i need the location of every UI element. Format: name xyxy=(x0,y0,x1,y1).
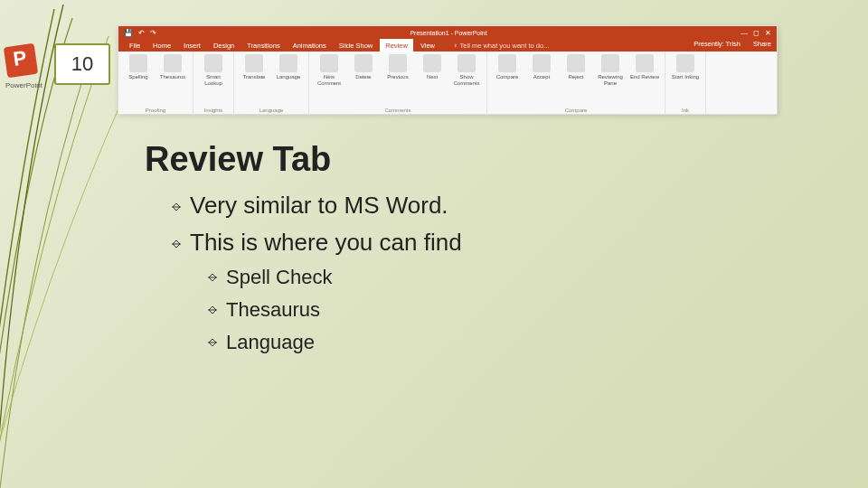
ribbon-group-ink: Start InkingInk xyxy=(665,52,706,114)
qat-undo-icon[interactable]: ↶ xyxy=(138,29,145,37)
spelling-label: Spelling xyxy=(128,74,147,80)
powerpoint-logo: PowerPoint xyxy=(5,45,51,89)
group-label-compare: Compare xyxy=(493,108,659,113)
accept-label: Accept xyxy=(533,74,550,80)
window-restore-icon[interactable]: ◻ xyxy=(753,29,760,37)
previous-icon xyxy=(389,54,407,72)
powerpoint-label: PowerPoint xyxy=(5,81,51,89)
accept-icon xyxy=(533,54,551,72)
tab-animations[interactable]: Animations xyxy=(288,39,332,52)
group-label-ink: Ink xyxy=(671,108,700,113)
qat-save-icon[interactable]: 💾 xyxy=(124,29,133,37)
language-label: Language xyxy=(277,74,301,80)
ribbon-group-insights: Smart LookupInsights xyxy=(193,52,234,114)
new-comment-label: New Comment xyxy=(315,74,344,86)
slide-number: 10 xyxy=(71,52,93,76)
new-comment-icon xyxy=(320,54,338,72)
tab-insert[interactable]: Insert xyxy=(178,39,206,52)
start-inking-label: Start Inking xyxy=(672,74,699,80)
slide-heading: Review Tab xyxy=(145,140,796,179)
ribbon-body: SpellingThesaurusProofingSmart LookupIns… xyxy=(118,52,777,115)
bullet-text: Spell Check xyxy=(226,266,332,289)
spelling-icon xyxy=(129,54,147,72)
ribbon-tabs: FileHomeInsertDesignTransitionsAnimation… xyxy=(118,39,777,52)
bullet-text: This is where you can find xyxy=(190,229,462,257)
window-close-icon[interactable]: ✕ xyxy=(765,29,771,37)
window-minimize-icon[interactable]: — xyxy=(741,29,748,37)
slide-content: Review Tab Very similar to MS Word.This … xyxy=(145,140,796,363)
ribbon-group-comments: New CommentDeletePreviousNextShow Commen… xyxy=(309,52,487,114)
signin-label[interactable]: Presently: Trish xyxy=(688,39,746,52)
tab-transitions[interactable]: Transitions xyxy=(241,39,285,52)
tab-review[interactable]: Review xyxy=(380,39,413,52)
group-label-language: Language xyxy=(240,108,303,113)
smart-lookup-button[interactable]: Smart Lookup xyxy=(199,54,228,86)
show-comments-label: Show Comments xyxy=(452,74,481,86)
tell-me-search[interactable]: ♀ Tell me what you want to do... xyxy=(448,39,554,52)
tab-design[interactable]: Design xyxy=(208,39,240,52)
new-comment-button[interactable]: New Comment xyxy=(315,54,344,86)
previous-button[interactable]: Previous xyxy=(383,54,412,80)
slide-number-box: 10 xyxy=(54,43,110,85)
tab-slide-show[interactable]: Slide Show xyxy=(334,39,379,52)
next-label: Next xyxy=(427,74,438,80)
spelling-button[interactable]: Spelling xyxy=(124,54,153,80)
bullet-l2: Thesaurus xyxy=(206,298,796,322)
thesaurus-button[interactable]: Thesaurus xyxy=(158,54,187,80)
ribbon-screenshot: 💾 ↶ ↷ Presentation1 - PowerPoint — ◻ ✕ F… xyxy=(118,25,778,114)
end-review-icon xyxy=(636,54,654,72)
window-title: Presentation1 - PowerPoint xyxy=(410,30,486,36)
reject-label: Reject xyxy=(568,74,583,80)
start-inking-button[interactable]: Start Inking xyxy=(671,54,700,80)
ribbon-group-language: TranslateLanguageLanguage xyxy=(234,52,309,114)
end-review-button[interactable]: End Review xyxy=(630,54,659,80)
bullet-marker-icon xyxy=(206,266,219,278)
bullet-text: Language xyxy=(226,331,315,354)
tab-view[interactable]: View xyxy=(415,39,440,52)
end-review-label: End Review xyxy=(630,74,659,80)
next-icon xyxy=(423,54,441,72)
bullet-marker-icon xyxy=(206,298,219,311)
delete-label: Delete xyxy=(355,74,371,80)
translate-button[interactable]: Translate xyxy=(240,54,269,80)
delete-button[interactable]: Delete xyxy=(349,54,378,80)
bullet-text: Thesaurus xyxy=(226,298,320,322)
compare-icon xyxy=(498,54,516,72)
thesaurus-label: Thesaurus xyxy=(160,74,185,80)
bullet-l1: This is where you can find xyxy=(170,229,796,257)
reject-button[interactable]: Reject xyxy=(561,54,590,80)
compare-label: Compare xyxy=(496,74,519,80)
show-comments-button[interactable]: Show Comments xyxy=(452,54,481,86)
reviewing-pane-button[interactable]: Reviewing Pane xyxy=(596,54,625,86)
start-inking-icon xyxy=(676,54,694,72)
bullet-l2: Spell Check xyxy=(206,266,796,289)
compare-button[interactable]: Compare xyxy=(493,54,522,80)
ribbon-group-compare: CompareAcceptRejectReviewing PaneEnd Rev… xyxy=(487,52,665,114)
group-label-proofing: Proofing xyxy=(124,108,187,113)
accept-button[interactable]: Accept xyxy=(527,54,556,80)
previous-label: Previous xyxy=(387,74,408,80)
tab-home[interactable]: Home xyxy=(147,39,176,52)
translate-icon xyxy=(245,54,263,72)
reviewing-pane-label: Reviewing Pane xyxy=(596,74,625,86)
language-button[interactable]: Language xyxy=(274,54,303,80)
powerpoint-icon xyxy=(4,43,38,78)
show-comments-icon xyxy=(458,54,476,72)
ribbon-group-proofing: SpellingThesaurusProofing xyxy=(118,52,193,114)
next-button[interactable]: Next xyxy=(418,54,447,80)
bullet-marker-icon xyxy=(206,331,219,343)
smart-lookup-icon xyxy=(204,54,222,72)
translate-label: Translate xyxy=(243,74,266,80)
group-label-comments: Comments xyxy=(315,108,481,113)
bullet-marker-icon xyxy=(170,192,183,204)
group-label-insights: Insights xyxy=(199,108,228,113)
reject-icon xyxy=(567,54,585,72)
tab-file[interactable]: File xyxy=(124,39,146,52)
reviewing-pane-icon xyxy=(601,54,619,72)
share-button[interactable]: Share xyxy=(748,39,777,52)
bullet-text: Very similar to MS Word. xyxy=(190,192,448,220)
smart-lookup-label: Smart Lookup xyxy=(199,74,228,86)
qat-redo-icon[interactable]: ↷ xyxy=(150,29,156,37)
title-bar: 💾 ↶ ↷ Presentation1 - PowerPoint — ◻ ✕ xyxy=(118,26,777,39)
bullet-marker-icon xyxy=(170,229,183,241)
